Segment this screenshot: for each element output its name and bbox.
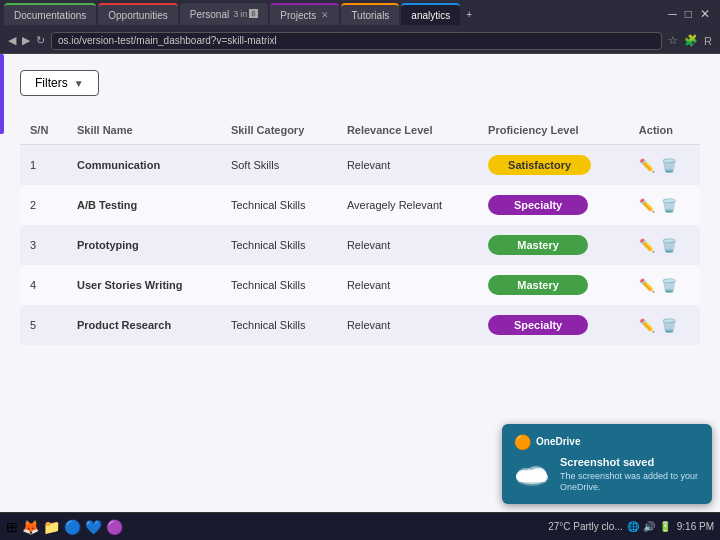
- filters-label: Filters: [35, 76, 68, 90]
- filters-arrow-icon: ▼: [74, 78, 84, 89]
- cell-skill: Product Research: [67, 305, 221, 345]
- edit-icon[interactable]: ✏️: [639, 278, 655, 293]
- cell-relevance: Relevant: [337, 145, 478, 186]
- col-header-category: Skill Category: [221, 116, 337, 145]
- tab-tutorials[interactable]: Tutorials: [341, 3, 399, 25]
- cell-action: ✏️ 🗑️: [629, 145, 700, 186]
- cell-action: ✏️ 🗑️: [629, 305, 700, 345]
- cell-category: Technical Skills: [221, 225, 337, 265]
- clock: 9:16 PM: [677, 521, 714, 532]
- weather-text: 27°C Partly clo...: [548, 521, 623, 532]
- onedrive-subtitle: The screenshot was added to your OneDriv…: [560, 471, 700, 494]
- accent-bar: [0, 54, 4, 134]
- onedrive-toast: 🟠 OneDrive Screenshot saved The screensh…: [502, 424, 712, 504]
- tab-analytics[interactable]: analytics: [401, 3, 460, 25]
- terminal-icon[interactable]: 🟣: [106, 519, 123, 535]
- proficiency-badge: Specialty: [488, 195, 588, 215]
- tab-opportunities[interactable]: Opportunities: [98, 3, 177, 25]
- tab-personal[interactable]: Personal 3in🅱: [180, 3, 269, 25]
- files-icon[interactable]: 📁: [43, 519, 60, 535]
- proficiency-badge: Satisfactory: [488, 155, 591, 175]
- firefox-icon[interactable]: 🦊: [22, 519, 39, 535]
- col-header-proficiency: Proficiency Level: [478, 116, 629, 145]
- cell-proficiency: Specialty: [478, 185, 629, 225]
- cell-skill: A/B Testing: [67, 185, 221, 225]
- addressbar: ◀ ▶ ↻ ☆ 🧩 R: [0, 28, 720, 54]
- cell-skill: Prototyping: [67, 225, 221, 265]
- cell-skill: User Stories Writing: [67, 265, 221, 305]
- star-icon[interactable]: ☆: [668, 34, 678, 47]
- proficiency-badge: Specialty: [488, 315, 588, 335]
- tab-close-icon[interactable]: ✕: [321, 10, 329, 20]
- filters-button[interactable]: Filters ▼: [20, 70, 99, 96]
- battery-icon: 🔋: [659, 521, 671, 532]
- cell-relevance: Relevant: [337, 265, 478, 305]
- cell-action: ✏️ 🗑️: [629, 185, 700, 225]
- minimize-button[interactable]: ─: [668, 7, 677, 21]
- cell-sn: 5: [20, 305, 67, 345]
- cell-category: Soft Skills: [221, 145, 337, 186]
- tab-projects[interactable]: Projects ✕: [270, 3, 339, 25]
- col-header-action: Action: [629, 116, 700, 145]
- cell-skill: Communication: [67, 145, 221, 186]
- refresh-icon[interactable]: ↻: [36, 34, 45, 47]
- tab-documentations[interactable]: Documentations: [4, 3, 96, 25]
- cell-sn: 3: [20, 225, 67, 265]
- chrome-icon[interactable]: 🔵: [64, 519, 81, 535]
- cell-action: ✏️ 🗑️: [629, 265, 700, 305]
- network-icon: 🌐: [627, 521, 639, 532]
- start-icon[interactable]: ⊞: [6, 519, 18, 535]
- table-row: 2 A/B Testing Technical Skills Averagely…: [20, 185, 700, 225]
- edit-icon[interactable]: ✏️: [639, 198, 655, 213]
- cell-relevance: Relevant: [337, 305, 478, 345]
- cell-proficiency: Mastery: [478, 225, 629, 265]
- proficiency-badge: Mastery: [488, 275, 588, 295]
- url-input[interactable]: [51, 32, 662, 50]
- new-tab-button[interactable]: +: [462, 9, 476, 20]
- edit-icon[interactable]: ✏️: [639, 238, 655, 253]
- profile-icon[interactable]: R: [704, 35, 712, 47]
- edit-icon[interactable]: ✏️: [639, 318, 655, 333]
- cell-sn: 1: [20, 145, 67, 186]
- taskbar: ⊞ 🦊 📁 🔵 💙 🟣 27°C Partly clo... 🌐 🔊 🔋 9:1…: [0, 512, 720, 540]
- skill-table: S/N Skill Name Skill Category Relevance …: [20, 116, 700, 345]
- cell-category: Technical Skills: [221, 305, 337, 345]
- extensions-icon[interactable]: 🧩: [684, 34, 698, 47]
- cell-sn: 2: [20, 185, 67, 225]
- cell-proficiency: Mastery: [478, 265, 629, 305]
- table-header-row: S/N Skill Name Skill Category Relevance …: [20, 116, 700, 145]
- cell-action: ✏️ 🗑️: [629, 225, 700, 265]
- back-icon[interactable]: ◀: [8, 34, 16, 47]
- vscode-icon[interactable]: 💙: [85, 519, 102, 535]
- maximize-button[interactable]: □: [685, 7, 692, 21]
- cell-proficiency: Satisfactory: [478, 145, 629, 186]
- cell-category: Technical Skills: [221, 185, 337, 225]
- col-header-relevance: Relevance Level: [337, 116, 478, 145]
- volume-icon: 🔊: [643, 521, 655, 532]
- onedrive-app-name: OneDrive: [536, 436, 580, 447]
- delete-icon[interactable]: 🗑️: [661, 238, 677, 253]
- cell-category: Technical Skills: [221, 265, 337, 305]
- delete-icon[interactable]: 🗑️: [661, 158, 677, 173]
- onedrive-title: Screenshot saved: [560, 456, 700, 468]
- edit-icon[interactable]: ✏️: [639, 158, 655, 173]
- forward-icon[interactable]: ▶: [22, 34, 30, 47]
- table-row: 1 Communication Soft Skills Relevant Sat…: [20, 145, 700, 186]
- table-row: 4 User Stories Writing Technical Skills …: [20, 265, 700, 305]
- cell-relevance: Relevant: [337, 225, 478, 265]
- table-row: 3 Prototyping Technical Skills Relevant …: [20, 225, 700, 265]
- table-row: 5 Product Research Technical Skills Rele…: [20, 305, 700, 345]
- close-button[interactable]: ✕: [700, 7, 710, 21]
- cell-sn: 4: [20, 265, 67, 305]
- cell-proficiency: Specialty: [478, 305, 629, 345]
- delete-icon[interactable]: 🗑️: [661, 278, 677, 293]
- col-header-skill: Skill Name: [67, 116, 221, 145]
- col-header-sn: S/N: [20, 116, 67, 145]
- cell-relevance: Averagely Relevant: [337, 185, 478, 225]
- system-tray: 27°C Partly clo... 🌐 🔊 🔋: [548, 521, 671, 532]
- delete-icon[interactable]: 🗑️: [661, 198, 677, 213]
- proficiency-badge: Mastery: [488, 235, 588, 255]
- titlebar: Documentations Opportunities Personal 3i…: [0, 0, 720, 28]
- svg-rect-6: [518, 476, 546, 482]
- delete-icon[interactable]: 🗑️: [661, 318, 677, 333]
